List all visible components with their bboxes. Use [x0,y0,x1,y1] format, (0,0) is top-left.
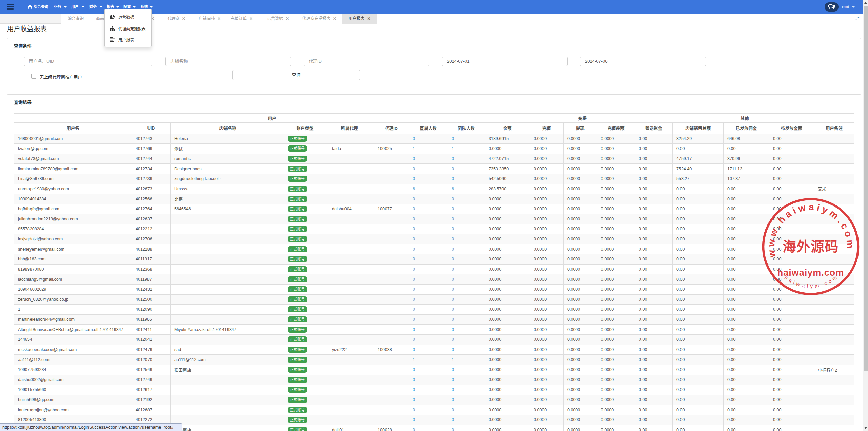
svg-text:海外源码: 海外源码 [783,239,839,254]
